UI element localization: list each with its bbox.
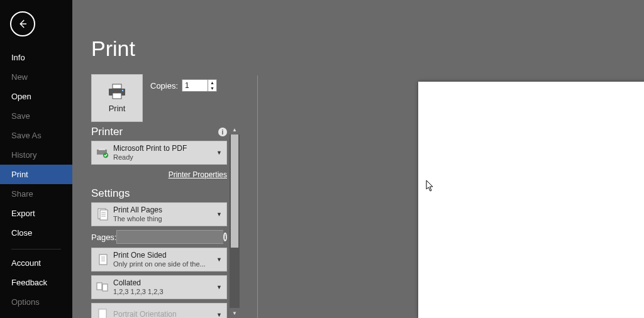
svg-rect-18	[97, 283, 102, 290]
setting-line1: Portrait Orientation	[113, 310, 216, 318]
nav-item-close[interactable]: Close	[0, 223, 72, 243]
svg-point-5	[122, 89, 123, 90]
scroll-down-button[interactable]: ▼	[230, 308, 240, 318]
setting-icon	[92, 207, 113, 221]
svg-rect-10	[100, 210, 108, 220]
printer-name: Microsoft Print to PDF	[113, 145, 216, 153]
pages-info-icon[interactable]: i	[223, 233, 227, 241]
settings-heading: Settings	[91, 187, 130, 200]
setting-line2: Only print on one side of the...	[113, 260, 216, 268]
scroll-up-button[interactable]: ▲	[230, 124, 240, 134]
chevron-down-icon: ▼	[216, 211, 226, 217]
setting-dropdown-3[interactable]: Portrait Orientation▼	[91, 303, 227, 318]
nav-item-feedback[interactable]: Feedback	[0, 273, 72, 292]
pages-input[interactable]	[116, 230, 223, 244]
chevron-down-icon: ▼	[216, 312, 226, 318]
nav-item-account[interactable]: Account	[0, 253, 72, 273]
nav-item-history[interactable]: History	[0, 145, 72, 165]
chevron-down-icon: ▼	[216, 150, 226, 156]
page-preview	[418, 82, 644, 318]
printer-ready-icon	[96, 147, 109, 158]
setting-dropdown-0[interactable]: Print All PagesThe whole thing▼	[91, 202, 227, 226]
chevron-down-icon: ▼	[216, 256, 226, 263]
page-title: Print	[91, 36, 644, 61]
pages-row: Pages:i	[91, 230, 227, 244]
print-pane: Print Print Copies: 1 ▲ ▼ Printer i	[72, 0, 644, 318]
setting-line1: Print One Sided	[113, 251, 216, 260]
print-button[interactable]: Print	[91, 74, 143, 122]
copies-label: Copies:	[150, 81, 178, 90]
nav-item-export[interactable]: Export	[0, 204, 72, 223]
back-button[interactable]	[10, 11, 35, 36]
copies-spinner[interactable]: 1 ▲ ▼	[182, 79, 217, 92]
copies-value: 1	[182, 81, 208, 90]
setting-dropdown-1[interactable]: Print One SidedOnly print on one side of…	[91, 248, 227, 271]
setting-line1: Print All Pages	[113, 206, 216, 215]
nav-item-options[interactable]: Options	[0, 292, 72, 312]
printer-dropdown[interactable]: Microsoft Print to PDF Ready ▼	[91, 141, 227, 165]
nav-item-save-as[interactable]: Save As	[0, 126, 72, 145]
copies-control: Copies: 1 ▲ ▼	[150, 79, 217, 92]
nav-separator	[11, 249, 61, 249]
setting-line2: 1,2,3 1,2,3 1,2,3	[113, 288, 216, 296]
nav-item-save[interactable]: Save	[0, 106, 72, 126]
setting-line1: Collated	[113, 279, 216, 288]
pages-label: Pages:	[91, 233, 116, 242]
printer-heading: Printer	[91, 126, 123, 138]
svg-rect-2	[113, 84, 121, 89]
svg-rect-7	[99, 148, 105, 150]
settings-scrollbar: ▲ ▼	[230, 124, 240, 318]
arrow-left-icon	[17, 18, 28, 30]
scroll-thumb[interactable]	[231, 134, 238, 248]
printer-icon	[108, 84, 126, 100]
setting-dropdown-2[interactable]: Collated1,2,3 1,2,3 1,2,3▼	[91, 275, 227, 299]
setting-icon	[92, 253, 113, 266]
backstage-sidebar: InfoNewOpenSaveSave AsHistoryPrintShareE…	[0, 0, 72, 318]
nav-item-open[interactable]: Open	[0, 87, 72, 106]
nav-item-info[interactable]: Info	[0, 48, 72, 67]
nav-item-print[interactable]: Print	[0, 165, 72, 184]
setting-icon	[92, 308, 113, 318]
setting-line2: The whole thing	[113, 215, 216, 223]
copies-up-button[interactable]: ▲	[208, 80, 216, 85]
printer-info-icon[interactable]: i	[218, 128, 227, 136]
svg-rect-14	[99, 255, 107, 265]
chevron-down-icon: ▼	[216, 284, 226, 290]
nav-item-share[interactable]: Share	[0, 184, 72, 204]
svg-rect-4	[113, 93, 121, 99]
svg-rect-19	[103, 284, 108, 291]
printer-properties-link[interactable]: Printer Properties	[169, 170, 227, 179]
print-button-label: Print	[109, 104, 126, 113]
nav-item-new[interactable]: New	[0, 67, 72, 87]
svg-rect-20	[99, 309, 106, 318]
printer-status: Ready	[113, 153, 216, 162]
copies-down-button[interactable]: ▼	[208, 85, 216, 91]
vertical-separator	[257, 75, 258, 318]
setting-icon	[92, 281, 113, 293]
